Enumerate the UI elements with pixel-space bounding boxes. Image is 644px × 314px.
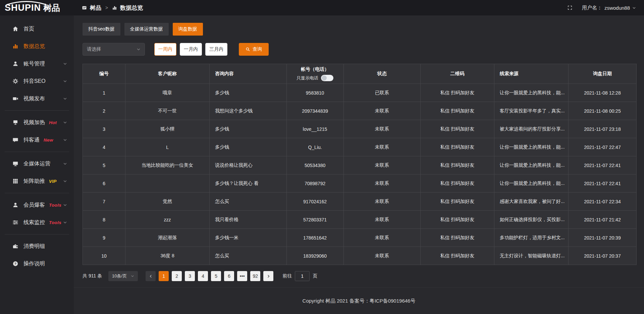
cell-qrcode-link[interactable]: 私信 扫码加好友 (421, 102, 494, 120)
cell-account: 178651642 (286, 229, 343, 247)
cell-id: 5 (83, 156, 125, 174)
filter-bar: 请选择 一周内一月内三月内 查询 (83, 43, 637, 56)
phone-only-toggle[interactable] (321, 75, 333, 81)
cell-source-link[interactable]: 让你一眼就爱上的黑科技，能... (494, 156, 568, 174)
home-icon (12, 25, 19, 32)
cell-nickname: 当地比较能吃的一位美女 (125, 156, 210, 174)
cell-date: 2021-11-07 20:37 (568, 247, 636, 265)
page-button-4[interactable]: 4 (198, 271, 208, 281)
sidebar-item-video-publish[interactable]: 视频发布 (0, 90, 74, 107)
next-page-button[interactable] (263, 271, 273, 281)
chevron-down-icon (63, 179, 67, 183)
sidebar-item-home[interactable]: 首页 (0, 20, 74, 38)
page-size-value: 10条/页 (112, 273, 127, 279)
sidebar-item-account-manage[interactable]: 账号管理 (0, 55, 74, 72)
cell-source-link[interactable]: 让你一眼就爱上的黑科技，能... (494, 138, 568, 156)
page-footer: Copyright 树品 2021 备案号：粤ICP备09019646号 (74, 287, 644, 314)
cell-date: 2021-11-07 22:41 (568, 174, 636, 193)
cell-qrcode-link[interactable]: 私信 扫码加好友 (421, 211, 494, 229)
cell-date: 2021-11-07 23:18 (568, 120, 636, 138)
sidebar-item-matrix-boost[interactable]: 矩阵助推VIP (0, 172, 74, 190)
table-row: 1036度 8怎么买183929060未联系私信 扫码加好友无主灯设计，智能磁吸… (83, 247, 637, 265)
period-button-1[interactable]: 一月内 (180, 43, 202, 56)
page-button-3[interactable]: 3 (185, 271, 195, 281)
col-header-date: 询盘日期 (568, 64, 636, 84)
cell-qrcode-link[interactable]: 私信 扫码加好友 (421, 193, 494, 211)
sidebar-item-douketong[interactable]: 抖客通New (0, 131, 74, 149)
prev-page-button[interactable] (146, 271, 156, 281)
page-button-1[interactable]: 1 (159, 271, 169, 281)
cell-date: 2021-11-07 21:42 (568, 211, 636, 229)
search-button[interactable]: 查询 (239, 43, 269, 56)
search-icon (246, 47, 250, 52)
cell-date: 2021-11-08 12:28 (568, 84, 636, 102)
cell-nickname: zzz (125, 211, 210, 229)
sidebar-item-badge: New (44, 138, 53, 143)
sidebar-item-clue-monitor[interactable]: 线索监控Tools (0, 214, 74, 231)
cell-status: 未联系 (343, 211, 420, 229)
cell-source-link[interactable]: 感谢大家喜欢我家，被问了好... (494, 193, 568, 211)
cell-qrcode-link[interactable]: 私信 扫码加好友 (421, 174, 494, 193)
cell-id: 8 (83, 211, 125, 229)
cell-source-link[interactable]: 让你一眼就爱上的黑科技，能... (494, 174, 568, 193)
sidebar-item-member-burst[interactable]: 会员爆客Tools (0, 196, 74, 214)
cell-content: 怎么买 (210, 193, 286, 211)
breadcrumb-root[interactable]: 树品 (90, 4, 101, 12)
goto-page-input[interactable] (295, 271, 310, 281)
table-row: 9潮起潮落多少钱一米178651642未联系私信 扫码加好友多功能护栏灯，适用于… (83, 229, 637, 247)
cell-source-link[interactable]: 无主灯设计，智能磁吸轨道灯... (494, 247, 568, 265)
more-pages-button[interactable]: ••• (237, 271, 247, 281)
page-button-5[interactable]: 5 (211, 271, 221, 281)
cell-qrcode-link[interactable]: 私信 扫码加好友 (421, 120, 494, 138)
sidebar-item-consume-detail[interactable]: 消费明细 (0, 238, 74, 255)
period-button-0[interactable]: 一周内 (154, 43, 176, 56)
tab-media-operation-data[interactable]: 全媒体运营数据 (124, 23, 169, 36)
cell-source-link[interactable]: 被大家追着问的客厅投影分享... (494, 120, 568, 138)
filter-select[interactable]: 请选择 (83, 43, 145, 56)
cell-nickname: 潮起潮落 (125, 229, 210, 247)
page-button-92[interactable]: 92 (250, 271, 260, 281)
breadcrumb-separator: > (105, 5, 108, 10)
cell-account: 9583810 (286, 84, 343, 102)
cell-qrcode-link[interactable]: 私信 扫码加好友 (421, 156, 494, 174)
sidebar-item-media-operation[interactable]: 全媒体运营 (0, 155, 74, 172)
cell-account: 572803371 (286, 211, 343, 229)
cell-source-link[interactable]: 客厅安装投影半年多了，真实... (494, 102, 568, 120)
cell-qrcode-link[interactable]: 私信 扫码加好友 (421, 247, 494, 265)
sidebar-item-operation-guide[interactable]: ?操作说明 (0, 255, 74, 272)
page-size-select[interactable]: 10条/页 (108, 271, 138, 281)
sidebar-item-badge: Hot (49, 120, 57, 125)
cell-date: 2021-11-08 00:25 (568, 102, 636, 120)
col-header-source: 线索来源 (494, 64, 568, 84)
sidebar-item-data-overview[interactable]: 数据总览 (0, 38, 74, 55)
col-header-status: 状态 (343, 64, 420, 84)
cell-source-link[interactable]: 如何正确选择投影仪，买投影... (494, 211, 568, 229)
cell-qrcode-link[interactable]: 私信 扫码加好友 (421, 138, 494, 156)
tab-douyin-seo-data[interactable]: 抖音seo数据 (83, 23, 120, 36)
sidebar-item-label: 操作说明 (23, 260, 45, 267)
cell-source-link[interactable]: 多功能护栏灯，适用于乡村文... (494, 229, 568, 247)
user-dropdown[interactable]: 用户名：zswodun88 (582, 5, 636, 11)
period-button-2[interactable]: 三月内 (205, 43, 227, 56)
cell-source-link[interactable]: 让你一眼就爱上的黑科技，能... (494, 84, 568, 102)
cell-account: 917024162 (286, 193, 343, 211)
cell-qrcode-link[interactable]: 私信 扫码加好友 (421, 229, 494, 247)
cell-nickname: 哦章 (125, 84, 210, 102)
sidebar-item-douyin-seo[interactable]: 抖音SEO (0, 72, 74, 90)
page-button-2[interactable]: 2 (172, 271, 182, 281)
chevron-down-icon (63, 162, 67, 166)
chevron-down-icon (63, 138, 67, 142)
cell-status: 未联系 (343, 120, 420, 138)
toggle-knob (322, 75, 327, 81)
page-button-6[interactable]: 6 (224, 271, 234, 281)
cell-content: 多少钱 (210, 138, 286, 156)
sidebar-item-video-heat[interactable]: 视频加热Hot (0, 114, 74, 131)
cell-qrcode-link[interactable]: 私信 扫码加好友 (421, 84, 494, 102)
cell-content: 怎么买 (210, 247, 286, 265)
tab-inquiry-data[interactable]: 询盘数据 (173, 23, 203, 36)
cell-status: 未联系 (343, 229, 420, 247)
sidebar-item-label: 视频发布 (23, 95, 45, 102)
username: zswodun88 (604, 5, 630, 11)
data-tabs: 抖音seo数据全媒体运营数据询盘数据 (83, 23, 637, 36)
fullscreen-icon[interactable] (567, 5, 573, 10)
